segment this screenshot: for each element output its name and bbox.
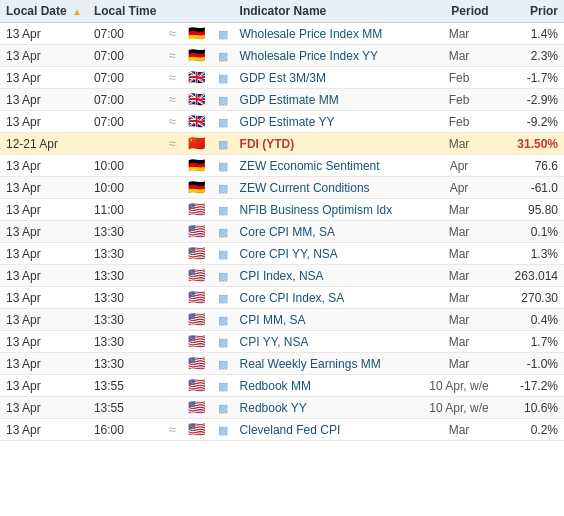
indicator-name-link[interactable]: CPI Index, NSA (240, 269, 324, 283)
cell-chart[interactable]: ▩ (212, 287, 234, 309)
chart-bar-icon[interactable]: ▩ (218, 424, 228, 436)
cell-indicator-name[interactable]: GDP Est 3M/3M (234, 67, 424, 89)
cell-period: Mar (423, 199, 494, 221)
cell-chart[interactable]: ▩ (212, 67, 234, 89)
chart-bar-icon[interactable]: ▩ (218, 138, 228, 150)
country-flag: 🇬🇧 (188, 92, 206, 104)
cell-approx: ≈ (162, 45, 181, 67)
cell-time: 11:00 (88, 199, 162, 221)
chart-bar-icon[interactable]: ▩ (218, 270, 228, 282)
indicator-name-link[interactable]: CPI YY, NSA (240, 335, 309, 349)
cell-chart[interactable]: ▩ (212, 45, 234, 67)
cell-indicator-name[interactable]: Redbook MM (234, 375, 424, 397)
chart-bar-icon[interactable]: ▩ (218, 50, 228, 62)
country-flag: 🇩🇪 (188, 48, 206, 60)
chart-bar-icon[interactable]: ▩ (218, 358, 228, 370)
cell-period: Mar (423, 265, 494, 287)
cell-time: 13:30 (88, 309, 162, 331)
chart-bar-icon[interactable]: ▩ (218, 314, 228, 326)
chart-bar-icon[interactable]: ▩ (218, 182, 228, 194)
indicator-name-link[interactable]: GDP Estimate MM (240, 93, 339, 107)
cell-period: Mar (423, 221, 494, 243)
cell-indicator-name[interactable]: Core CPI YY, NSA (234, 243, 424, 265)
cell-chart[interactable]: ▩ (212, 265, 234, 287)
chart-bar-icon[interactable]: ▩ (218, 336, 228, 348)
indicator-name-link[interactable]: FDI (YTD) (240, 137, 295, 151)
indicator-name-link[interactable]: ZEW Current Conditions (240, 181, 370, 195)
cell-indicator-name[interactable]: GDP Estimate YY (234, 111, 424, 133)
chart-bar-icon[interactable]: ▩ (218, 116, 228, 128)
cell-indicator-name[interactable]: FDI (YTD) (234, 133, 424, 155)
chart-bar-icon[interactable]: ▩ (218, 380, 228, 392)
indicator-name-link[interactable]: Core CPI YY, NSA (240, 247, 338, 261)
table-row: 13 Apr 13:55 🇺🇸 ▩ Redbook YY 10 Apr, w/e… (0, 397, 564, 419)
table-row: 13 Apr 13:30 🇺🇸 ▩ CPI MM, SA Mar 0.4% (0, 309, 564, 331)
cell-chart[interactable]: ▩ (212, 23, 234, 45)
indicator-name-link[interactable]: CPI MM, SA (240, 313, 306, 327)
cell-chart[interactable]: ▩ (212, 155, 234, 177)
col-header-indicator-name[interactable]: Indicator Name (234, 0, 424, 23)
cell-period: Mar (423, 45, 494, 67)
indicator-name-link[interactable]: Real Weekly Earnings MM (240, 357, 381, 371)
col-header-approx (162, 0, 181, 23)
cell-indicator-name[interactable]: NFIB Business Optimism Idx (234, 199, 424, 221)
cell-chart[interactable]: ▩ (212, 199, 234, 221)
cell-time: 07:00 (88, 45, 162, 67)
cell-indicator-name[interactable]: Redbook YY (234, 397, 424, 419)
indicator-name-link[interactable]: GDP Est 3M/3M (240, 71, 326, 85)
indicator-name-link[interactable]: GDP Estimate YY (240, 115, 335, 129)
chart-bar-icon[interactable]: ▩ (218, 248, 228, 260)
table-row: 13 Apr 07:00 ≈ 🇬🇧 ▩ GDP Estimate MM Feb … (0, 89, 564, 111)
chart-bar-icon[interactable]: ▩ (218, 28, 228, 40)
chart-bar-icon[interactable]: ▩ (218, 160, 228, 172)
cell-chart[interactable]: ▩ (212, 111, 234, 133)
cell-chart[interactable]: ▩ (212, 177, 234, 199)
col-header-date[interactable]: Local Date ▲ (0, 0, 88, 23)
indicator-name-link[interactable]: Wholesale Price Index MM (240, 27, 383, 41)
cell-indicator-name[interactable]: Wholesale Price Index YY (234, 45, 424, 67)
cell-indicator-name[interactable]: GDP Estimate MM (234, 89, 424, 111)
cell-chart[interactable]: ▩ (212, 89, 234, 111)
chart-bar-icon[interactable]: ▩ (218, 402, 228, 414)
cell-indicator-name[interactable]: ZEW Economic Sentiment (234, 155, 424, 177)
indicator-name-link[interactable]: Redbook YY (240, 401, 307, 415)
indicator-name-link[interactable]: NFIB Business Optimism Idx (240, 203, 393, 217)
cell-indicator-name[interactable]: CPI Index, NSA (234, 265, 424, 287)
chart-bar-icon[interactable]: ▩ (218, 292, 228, 304)
indicator-name-link[interactable]: Cleveland Fed CPI (240, 423, 341, 437)
indicator-name-link[interactable]: Wholesale Price Index YY (240, 49, 379, 63)
chart-bar-icon[interactable]: ▩ (218, 204, 228, 216)
cell-chart[interactable]: ▩ (212, 133, 234, 155)
cell-chart[interactable]: ▩ (212, 243, 234, 265)
chart-bar-icon[interactable]: ▩ (218, 94, 228, 106)
table-row: 13 Apr 13:30 🇺🇸 ▩ Core CPI YY, NSA Mar 1… (0, 243, 564, 265)
cell-chart[interactable]: ▩ (212, 375, 234, 397)
col-header-time[interactable]: Local Time (88, 0, 162, 23)
cell-indicator-name[interactable]: Real Weekly Earnings MM (234, 353, 424, 375)
cell-indicator-name[interactable]: Wholesale Price Index MM (234, 23, 424, 45)
indicator-name-link[interactable]: Redbook MM (240, 379, 311, 393)
cell-chart[interactable]: ▩ (212, 397, 234, 419)
cell-indicator-name[interactable]: CPI YY, NSA (234, 331, 424, 353)
indicator-name-link[interactable]: Core CPI Index, SA (240, 291, 345, 305)
cell-prior: 0.1% (495, 221, 564, 243)
cell-chart[interactable]: ▩ (212, 221, 234, 243)
indicator-name-link[interactable]: ZEW Economic Sentiment (240, 159, 380, 173)
cell-period: Mar (423, 133, 494, 155)
cell-chart[interactable]: ▩ (212, 331, 234, 353)
cell-indicator-name[interactable]: CPI MM, SA (234, 309, 424, 331)
cell-indicator-name[interactable]: Core CPI Index, SA (234, 287, 424, 309)
indicator-name-link[interactable]: Core CPI MM, SA (240, 225, 335, 239)
cell-chart[interactable]: ▩ (212, 309, 234, 331)
col-header-prior[interactable]: Prior (495, 0, 564, 23)
country-flag: 🇺🇸 (188, 378, 206, 390)
cell-indicator-name[interactable]: Cleveland Fed CPI (234, 419, 424, 441)
cell-indicator-name[interactable]: ZEW Current Conditions (234, 177, 424, 199)
chart-bar-icon[interactable]: ▩ (218, 226, 228, 238)
cell-chart[interactable]: ▩ (212, 353, 234, 375)
cell-indicator-name[interactable]: Core CPI MM, SA (234, 221, 424, 243)
col-header-period[interactable]: Period (423, 0, 494, 23)
cell-approx (162, 397, 181, 419)
chart-bar-icon[interactable]: ▩ (218, 72, 228, 84)
cell-chart[interactable]: ▩ (212, 419, 234, 441)
